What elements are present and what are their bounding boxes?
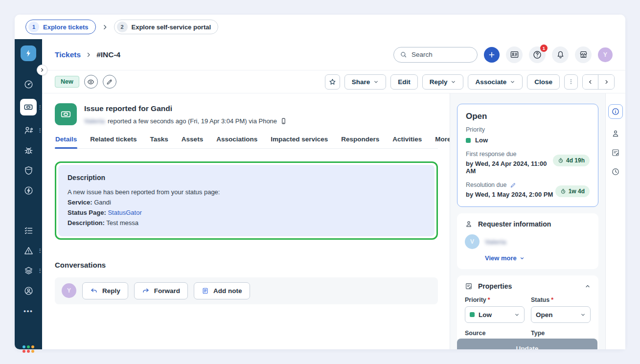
stopwatch-icon bbox=[560, 188, 566, 194]
tickets-overflow-icon[interactable]: ••• bbox=[39, 105, 41, 110]
view-more-link[interactable]: View more bbox=[485, 254, 591, 262]
contacts-button[interactable] bbox=[506, 46, 523, 63]
sidebar-item-problems[interactable]: ••• bbox=[15, 245, 42, 256]
priority-select[interactable]: Low bbox=[465, 306, 525, 323]
note-icon bbox=[202, 287, 209, 295]
sidebar-item-more[interactable]: ••• bbox=[15, 305, 42, 316]
tab-associations[interactable]: Associations bbox=[216, 133, 258, 148]
chevron-down-icon bbox=[580, 312, 586, 318]
ticket-tabs: Details Related tickets Tasks Assets Ass… bbox=[55, 133, 438, 149]
chevron-down-icon bbox=[520, 256, 525, 261]
sidebar-item-assets[interactable] bbox=[15, 285, 42, 296]
associate-button[interactable]: Associate bbox=[468, 74, 523, 90]
first-response-sla-badge: 4d 19h bbox=[553, 155, 590, 166]
marketplace-button[interactable] bbox=[575, 46, 592, 63]
layers-icon bbox=[23, 266, 34, 276]
favorite-button[interactable] bbox=[325, 74, 340, 90]
kebab-icon bbox=[568, 78, 574, 85]
properties-icon bbox=[465, 282, 473, 290]
chevron-down-icon bbox=[514, 312, 520, 318]
tab-tasks[interactable]: Tasks bbox=[150, 133, 169, 148]
checklist-icon bbox=[23, 226, 34, 236]
avatar: Y bbox=[62, 283, 76, 298]
share-button[interactable]: Share bbox=[344, 74, 387, 90]
tab-assets[interactable]: Assets bbox=[181, 133, 204, 148]
resolution-due-value: by Wed, 1 May 2024, 2:00 PM bbox=[466, 191, 553, 198]
help-button[interactable]: 1 bbox=[529, 46, 546, 63]
help-notification-badge: 1 bbox=[540, 45, 548, 52]
priority-dot bbox=[466, 138, 471, 143]
tab-activities[interactable]: Activities bbox=[392, 133, 422, 148]
requester-name: Valeria bbox=[485, 238, 506, 246]
sidebar-item-tasks[interactable] bbox=[15, 225, 42, 236]
onboarding-step-explore-portal[interactable]: 2 Explore self-service portal bbox=[114, 20, 219, 34]
info-panel-button[interactable] bbox=[608, 104, 623, 119]
notifications-button[interactable] bbox=[552, 46, 569, 63]
app-switcher-icon[interactable] bbox=[23, 345, 34, 353]
breadcrumb-tickets-link[interactable]: Tickets bbox=[55, 50, 81, 59]
requester-panel-button[interactable] bbox=[611, 129, 620, 138]
edit-subject-button[interactable] bbox=[103, 75, 116, 89]
field-priority: Priority* Low bbox=[465, 296, 525, 323]
sidebar-item-changes[interactable]: ••• bbox=[15, 265, 42, 276]
previous-ticket-button[interactable] bbox=[583, 75, 598, 89]
activity-panel-button[interactable] bbox=[611, 167, 620, 176]
requesters-overflow-icon[interactable]: ••• bbox=[39, 128, 41, 133]
tab-details[interactable]: Details bbox=[55, 133, 77, 148]
requester-information-card: Requester information V Valeria View mor… bbox=[457, 213, 598, 269]
collapse-chevron-icon[interactable] bbox=[585, 283, 591, 289]
sidebar-item-requesters[interactable]: ••• bbox=[15, 125, 42, 136]
freshservice-logo-icon[interactable] bbox=[21, 46, 36, 61]
properties-panel-button[interactable] bbox=[611, 148, 620, 157]
page-header: Tickets #INC-4 bbox=[42, 39, 625, 70]
priority-label: Priority bbox=[466, 126, 590, 133]
conversations-heading: Conversations bbox=[55, 261, 438, 269]
search-input[interactable] bbox=[411, 51, 465, 58]
close-ticket-button[interactable]: Close bbox=[527, 74, 560, 90]
statusgator-link[interactable]: StatusGator bbox=[108, 209, 141, 216]
edit-pencil-icon[interactable] bbox=[510, 182, 516, 188]
breadcrumb: Tickets #INC-4 bbox=[55, 50, 120, 59]
update-button[interactable]: Update bbox=[457, 339, 597, 349]
description-text-row: Description: Test messa bbox=[68, 218, 425, 228]
edit-button[interactable]: Edit bbox=[390, 74, 418, 90]
tab-impacted-services[interactable]: Impacted services bbox=[270, 133, 328, 148]
clock-icon bbox=[611, 167, 620, 176]
sidebar-item-shield[interactable] bbox=[15, 165, 42, 176]
next-ticket-button[interactable] bbox=[598, 75, 614, 89]
reply-button[interactable]: Reply bbox=[422, 74, 464, 90]
sidebar-item-automation[interactable] bbox=[15, 185, 42, 196]
forward-action-button[interactable]: Forward bbox=[134, 282, 188, 299]
sidebar-item-dashboard[interactable] bbox=[15, 79, 42, 90]
properties-heading: Properties bbox=[478, 282, 512, 290]
ticket-meta: Valeria reported a few seconds ago (Fri,… bbox=[84, 117, 287, 125]
onboarding-step-explore-tickets[interactable]: 1 Explore tickets bbox=[25, 20, 96, 34]
new-item-button[interactable] bbox=[484, 47, 500, 63]
user-avatar[interactable]: Y bbox=[598, 47, 613, 62]
ticket-status: Open bbox=[466, 112, 590, 121]
status-select[interactable]: Open bbox=[531, 306, 591, 323]
tutorial-highlight-ring: Description A new issue has been reporte… bbox=[55, 161, 438, 240]
more-actions-button[interactable] bbox=[564, 74, 578, 90]
required-marker: * bbox=[488, 296, 490, 303]
problems-overflow-icon[interactable]: ••• bbox=[39, 248, 41, 253]
changes-overflow-icon[interactable]: ••• bbox=[39, 268, 41, 273]
phone-icon bbox=[280, 117, 287, 125]
pencil-icon bbox=[106, 78, 113, 86]
status-badge: New bbox=[55, 76, 79, 88]
sidebar-expand-button[interactable] bbox=[37, 65, 47, 75]
right-icon-strip bbox=[605, 93, 625, 349]
watch-button[interactable] bbox=[84, 75, 98, 89]
add-note-button[interactable]: Add note bbox=[194, 282, 250, 299]
tab-responders[interactable]: Responders bbox=[341, 133, 380, 148]
priority-value: Low bbox=[475, 136, 488, 144]
sidebar-item-bug[interactable] bbox=[15, 145, 42, 156]
resolution-sla-badge: 1w 4d bbox=[555, 185, 590, 197]
reply-action-button[interactable]: Reply bbox=[82, 282, 128, 299]
reply-arrow-icon bbox=[90, 287, 98, 295]
sidebar-item-tickets[interactable]: ••• bbox=[15, 99, 42, 115]
global-search[interactable] bbox=[393, 47, 478, 63]
tab-related-tickets[interactable]: Related tickets bbox=[90, 133, 137, 148]
chevron-right-icon bbox=[604, 79, 609, 85]
description-statuspage-row: Status Page: StatusGator bbox=[68, 207, 425, 218]
